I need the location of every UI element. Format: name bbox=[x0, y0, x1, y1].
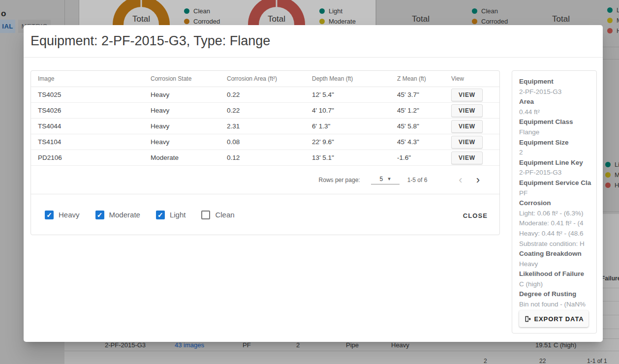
column-header-z-mean: Z Mean (ft) bbox=[397, 75, 451, 82]
panel-label: Likelihood of Failure bbox=[519, 269, 596, 279]
view-button[interactable]: VIEW bbox=[451, 152, 483, 164]
panel-value: 2 bbox=[519, 148, 596, 158]
panel-value: Bin not found - (NaN% bbox=[519, 300, 596, 310]
panel-value: 2-PF-2015-G3 bbox=[519, 87, 596, 97]
cell-image: TS4025 bbox=[38, 91, 151, 98]
rows-per-page-value: 5 bbox=[380, 176, 383, 182]
cell-image: PD2106 bbox=[38, 154, 151, 161]
cell-depth: 6' 1.3" bbox=[312, 122, 397, 130]
cell-depth: 13' 5.1" bbox=[312, 154, 397, 161]
cell-depth: 22' 9.6" bbox=[312, 138, 397, 146]
table-header-row: Image Corrosion State Corrosion Area (ft… bbox=[31, 71, 499, 87]
close-button[interactable]: CLOSE bbox=[459, 209, 492, 222]
cell-image: TS4104 bbox=[38, 138, 151, 146]
severity-filter-row: ✓ Heavy ✓ Moderate ✓ Light Clean CLOSE bbox=[31, 194, 499, 235]
panel-label: Equipment Size bbox=[519, 138, 596, 148]
images-table: Image Corrosion State Corrosion Area (ft… bbox=[31, 70, 500, 235]
panel-value: Heavy: 0.44 ft² - (48.6 bbox=[519, 229, 596, 239]
view-button[interactable]: VIEW bbox=[451, 89, 483, 101]
panel-label: Degree of Rusting bbox=[519, 289, 596, 300]
table-row: TS4026 Heavy 0.22 4' 10.7" 45' 1.2" VIEW bbox=[31, 103, 499, 119]
rows-per-page-label: Rows per page: bbox=[319, 177, 360, 183]
panel-label: Equipment Service Cla bbox=[519, 178, 596, 188]
rows-per-page-select[interactable]: 5 ▾ bbox=[371, 176, 400, 184]
equipment-detail-panel: Equipment 2-PF-2015-G3 Area 0.44 ft² Equ… bbox=[512, 70, 597, 334]
panel-label: Equipment bbox=[519, 77, 596, 87]
cell-z: 45' 4.3" bbox=[397, 138, 451, 146]
cell-area: 0.22 bbox=[227, 91, 312, 98]
cell-z: 45' 3.7" bbox=[397, 91, 451, 98]
dropdown-arrow-icon: ▾ bbox=[388, 176, 391, 182]
panel-value: Light: 0.06 ft² - (6.3%) bbox=[519, 209, 596, 219]
table-pagination: Rows per page: 5 ▾ 1-5 of 6 ‹ › bbox=[31, 166, 499, 194]
cell-area: 0.12 bbox=[227, 154, 312, 161]
dialog-header: Equipment: 2-PF-2015-G3, Type: Flange bbox=[24, 25, 603, 58]
table-row: TS4044 Heavy 2.31 6' 1.3" 45' 5.8" VIEW bbox=[31, 119, 499, 134]
cell-area: 2.31 bbox=[227, 122, 312, 130]
checkbox-unchecked-icon[interactable] bbox=[201, 211, 210, 219]
check-icon: ✓ bbox=[157, 212, 163, 218]
panel-label: Equipment Class bbox=[519, 117, 596, 127]
check-icon: ✓ bbox=[46, 212, 52, 218]
panel-value: 2-PF-2015-G3 bbox=[519, 168, 596, 178]
equipment-detail-dialog: Equipment: 2-PF-2015-G3, Type: Flange Im… bbox=[24, 25, 603, 342]
cell-area: 0.22 bbox=[227, 107, 312, 114]
cell-image: TS4044 bbox=[38, 122, 151, 130]
check-icon: ✓ bbox=[97, 212, 103, 218]
panel-value: 0.44 ft² bbox=[519, 107, 596, 118]
table-row: TS4104 Heavy 0.08 22' 9.6" 45' 4.3" VIEW bbox=[31, 134, 499, 150]
cell-state: Heavy bbox=[151, 122, 227, 130]
filter-label: Light bbox=[170, 211, 186, 219]
table-row: TS4025 Heavy 0.22 12' 5.4" 45' 3.7" VIEW bbox=[31, 87, 499, 103]
column-header-depth-mean: Depth Mean (ft) bbox=[312, 75, 397, 82]
checkbox-checked-icon[interactable]: ✓ bbox=[156, 211, 165, 219]
panel-value: PF bbox=[519, 188, 596, 199]
filter-heavy[interactable]: ✓ Heavy bbox=[45, 211, 80, 219]
filter-moderate[interactable]: ✓ Moderate bbox=[95, 211, 140, 219]
panel-value: Substrate condition: H bbox=[519, 239, 596, 249]
page: o IAL METRIC Total Total Total Total Cle… bbox=[0, 0, 619, 364]
checkbox-checked-icon[interactable]: ✓ bbox=[95, 211, 104, 219]
cell-image: TS4026 bbox=[38, 107, 151, 114]
filter-label: Clean bbox=[215, 211, 234, 219]
column-header-view: View bbox=[451, 75, 499, 82]
panel-label: Coating Breakdown bbox=[519, 249, 596, 259]
panel-value: Moderate: 0.41 ft² - (4 bbox=[519, 218, 596, 229]
next-page-button[interactable]: › bbox=[469, 175, 487, 185]
cell-depth: 4' 10.7" bbox=[312, 107, 397, 114]
cell-z: 45' 5.8" bbox=[397, 122, 451, 130]
cell-z: 45' 1.2" bbox=[397, 107, 451, 114]
cell-state: Heavy bbox=[151, 91, 227, 98]
panel-label: Area bbox=[519, 97, 596, 107]
column-header-corrosion-area: Corrosion Area (ft²) bbox=[227, 75, 312, 82]
checkbox-checked-icon[interactable]: ✓ bbox=[45, 211, 54, 219]
dialog-title: Equipment: 2-PF-2015-G3, Type: Flange bbox=[31, 33, 603, 49]
view-button[interactable]: VIEW bbox=[451, 120, 483, 133]
panel-label: Equipment Line Key bbox=[519, 158, 596, 168]
export-data-button[interactable]: EXPORT DATA bbox=[519, 310, 588, 327]
cell-state: Heavy bbox=[151, 107, 227, 114]
pagination-range: 1-5 of 6 bbox=[407, 177, 428, 183]
panel-value: Heavy bbox=[519, 259, 596, 270]
cell-state: Moderate bbox=[151, 154, 227, 161]
cell-area: 0.08 bbox=[227, 138, 312, 146]
cell-depth: 12' 5.4" bbox=[312, 91, 397, 98]
cell-state: Heavy bbox=[151, 138, 227, 146]
view-button[interactable]: VIEW bbox=[451, 104, 483, 117]
panel-label: Corrosion bbox=[519, 198, 596, 209]
cell-z: -1.6" bbox=[397, 154, 451, 161]
panel-value: Flange bbox=[519, 127, 596, 138]
filter-clean[interactable]: Clean bbox=[201, 211, 234, 219]
export-icon bbox=[524, 315, 532, 323]
table-row: PD2106 Moderate 0.12 13' 5.1" -1.6" VIEW bbox=[31, 150, 499, 166]
filter-label: Moderate bbox=[109, 211, 140, 219]
export-button-label: EXPORT DATA bbox=[534, 315, 584, 323]
column-header-image: Image bbox=[38, 75, 151, 82]
panel-value: C (high) bbox=[519, 279, 596, 290]
column-header-corrosion-state: Corrosion State bbox=[151, 75, 227, 82]
view-button[interactable]: VIEW bbox=[451, 136, 483, 149]
filter-light[interactable]: ✓ Light bbox=[156, 211, 186, 219]
filter-label: Heavy bbox=[59, 211, 80, 219]
previous-page-button[interactable]: ‹ bbox=[452, 175, 469, 185]
